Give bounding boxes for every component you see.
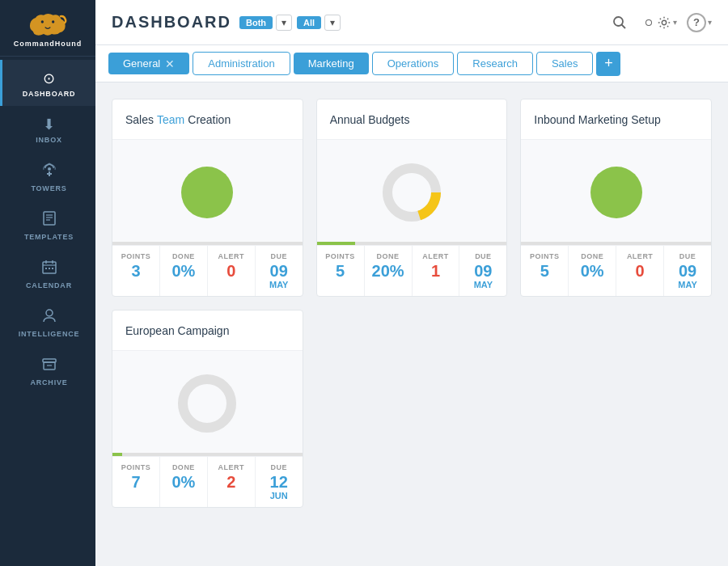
svg-point-0 [41, 20, 44, 23]
card-sales-team-creation: Sales Team Creation POINTS 3 DONE 0% [112, 99, 303, 297]
sidebar-label-templates: TEMPLATES [24, 233, 74, 241]
svg-rect-14 [49, 268, 50, 269]
tab-general-close[interactable]: ✕ [165, 58, 175, 70]
help-arrow: ▾ [708, 18, 712, 27]
stat-label-done-1: DONE [172, 252, 195, 260]
calendar-icon [41, 259, 57, 279]
stat-label-due-3: DUE [679, 252, 696, 260]
stat-label-alert-2: ALERT [422, 252, 449, 260]
tab-research[interactable]: Research [457, 52, 533, 75]
due-day-1: 09 [270, 262, 288, 280]
header-badge-all[interactable]: All [297, 16, 321, 29]
progress-bar-3 [521, 242, 711, 245]
sidebar-item-archive[interactable]: ARCHIVE [0, 346, 95, 395]
card-annual-budgets: Annual Budgets POINTS 5 [316, 99, 508, 297]
due-value-2: 09 MAY [474, 262, 493, 289]
sidebar-item-inbox[interactable]: ⬇ INBOX [0, 106, 95, 152]
stat-alert-2: ALERT 1 [413, 246, 460, 296]
tab-sales[interactable]: Sales [536, 52, 594, 75]
tabs-bar: General ✕ Administration Marketing Opera… [95, 45, 728, 82]
svg-line-21 [622, 24, 626, 28]
sidebar-label-towers: TOWERS [31, 184, 66, 192]
due-day-2: 09 [474, 262, 492, 280]
stat-value-done-2: 20% [372, 262, 404, 281]
sidebar-item-towers[interactable]: TOWERS [0, 152, 95, 201]
sidebar-item-calendar[interactable]: CALENDAR [0, 249, 95, 298]
stat-value-done-4: 0% [171, 473, 195, 492]
dropdown-arrow-both: ▾ [281, 17, 286, 28]
settings-arrow: ▾ [673, 18, 677, 27]
header-dropdown-all[interactable]: ▾ [324, 15, 341, 31]
stat-value-points-4: 7 [131, 473, 140, 492]
tab-administration[interactable]: Administration [193, 52, 290, 75]
stat-label-done-4: DONE [172, 463, 195, 471]
svg-rect-3 [47, 173, 52, 175]
sidebar-logo: CommandHound [0, 0, 95, 57]
towers-icon [41, 162, 57, 182]
tab-general[interactable]: General ✕ [108, 53, 189, 74]
sidebar-label-archive: ARCHIVE [30, 378, 67, 386]
stat-label-due-1: DUE [270, 252, 287, 260]
tab-research-label: Research [472, 57, 518, 70]
stat-label-due-4: DUE [270, 463, 287, 471]
svg-point-4 [48, 167, 51, 171]
header-badge-both[interactable]: Both [239, 16, 273, 29]
stat-label-points-1: POINTS [121, 252, 151, 260]
stat-label-alert-1: ALERT [218, 252, 245, 260]
header: DASHBOARD Both ▾ All ▾ ▾ ? ▾ [95, 0, 728, 45]
stat-value-done-1: 0% [171, 262, 195, 281]
progress-fill-4 [112, 453, 122, 456]
tab-sales-label: Sales [552, 57, 578, 70]
stat-label-alert-4: ALERT [218, 463, 245, 471]
search-button[interactable] [605, 8, 634, 37]
inbox-icon: ⬇ [43, 116, 55, 133]
tab-marketing[interactable]: Marketing [294, 53, 369, 74]
svg-rect-15 [52, 268, 53, 269]
due-month-4: JUN [270, 491, 288, 501]
tab-operations-label: Operations [387, 57, 439, 70]
card-stats-1: POINTS 3 DONE 0% ALERT 0 DUE 09 [112, 245, 303, 296]
stat-label-alert-3: ALERT [627, 252, 654, 260]
svg-point-25 [183, 379, 231, 428]
header-dropdown-both[interactable]: ▾ [276, 15, 292, 31]
stat-done-2: DONE 20% [365, 246, 413, 296]
dropdown-arrow-all: ▾ [330, 17, 335, 28]
card-annual-budgets-header: Annual Budgets [317, 99, 507, 140]
tab-add-button[interactable]: + [596, 52, 620, 76]
sidebar-item-dashboard[interactable]: ⊙ DASHBOARD [0, 60, 95, 106]
progress-bar-2 [317, 242, 507, 245]
card-stats-3: POINTS 5 DONE 0% ALERT 0 DUE 09 [521, 245, 711, 296]
sidebar-item-intelligence[interactable]: INTELLIGENCE [0, 298, 95, 346]
sidebar-item-templates[interactable]: TEMPLATES [0, 201, 95, 249]
stat-done-4: DONE 0% [160, 457, 208, 507]
progress-fill-2 [317, 242, 355, 245]
stat-value-alert-1: 0 [226, 262, 235, 281]
due-value-4: 12 JUN [270, 473, 288, 501]
stat-value-done-3: 0% [581, 262, 604, 281]
tab-operations[interactable]: Operations [372, 52, 455, 75]
stat-due-3: DUE 09 MAY [664, 246, 711, 296]
sidebar-navigation: ⊙ DASHBOARD ⬇ INBOX TOWERS TEMPLATES CAL… [0, 60, 95, 395]
card-stats-2: POINTS 5 DONE 20% ALERT 1 DUE 09 [317, 245, 507, 296]
tab-marketing-label: Marketing [308, 57, 354, 70]
progress-bar-1 [112, 242, 303, 245]
stat-alert-1: ALERT 0 [208, 246, 256, 296]
card-sales-team-creation-header: Sales Team Creation [112, 99, 303, 140]
header-title: DASHBOARD [112, 13, 231, 32]
stat-alert-4: ALERT 2 [208, 457, 256, 507]
stat-points-3: POINTS 5 [521, 246, 569, 296]
due-month-1: MAY [269, 280, 288, 289]
card-stats-4: POINTS 7 DONE 0% ALERT 2 DUE 12 [112, 456, 303, 507]
settings-button[interactable]: ▾ [641, 15, 677, 31]
card-inbound-marketing-header: Inbound Marketing Setup [521, 99, 711, 140]
svg-point-1 [52, 20, 54, 23]
sidebar: CommandHound ⊙ DASHBOARD ⬇ INBOX TOWERS … [0, 0, 95, 566]
card-title-highlight: Team [157, 113, 184, 126]
help-button[interactable]: ? ▾ [687, 13, 712, 32]
sidebar-label-intelligence: INTELLIGENCE [19, 330, 80, 338]
stat-done-3: DONE 0% [569, 246, 616, 296]
dashboard-icon: ⊙ [43, 70, 55, 87]
donut-chart-european [175, 371, 239, 436]
stat-points-1: POINTS 3 [112, 246, 160, 296]
cards-grid-top: Sales Team Creation POINTS 3 DONE 0% [112, 99, 712, 297]
